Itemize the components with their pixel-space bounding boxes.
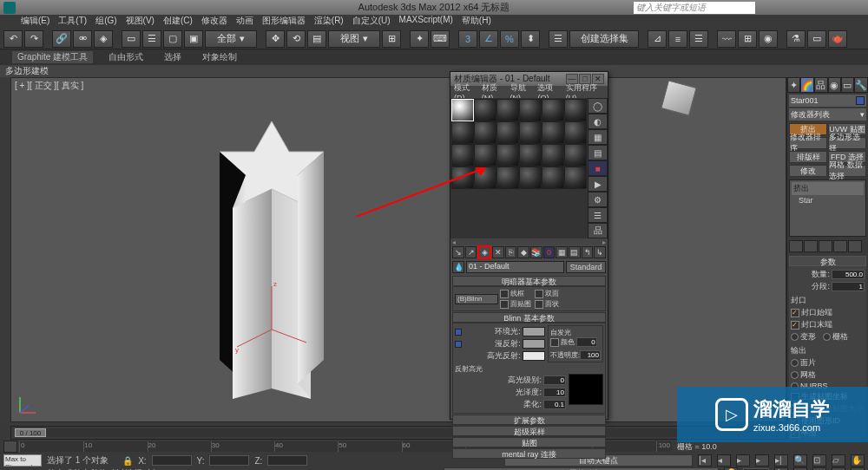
material-slot[interactable] bbox=[519, 144, 542, 166]
btn-layout[interactable]: 排版样 bbox=[789, 151, 827, 163]
me-show-end-button[interactable]: ▤ bbox=[569, 246, 581, 258]
material-slot[interactable] bbox=[451, 166, 474, 189]
modifier-list-dropdown[interactable]: 修改器列表▾ bbox=[789, 108, 866, 121]
material-slot[interactable] bbox=[542, 144, 564, 166]
snap-percent-button[interactable]: % bbox=[500, 30, 519, 48]
help-search[interactable]: 键入关键字或短语 bbox=[634, 2, 755, 14]
rollup-shader-header[interactable]: 明暗器基本参数 bbox=[452, 276, 606, 286]
rollup-blinn-header[interactable]: Blinn 基本参数 bbox=[452, 312, 606, 323]
ribbon-tab-selection[interactable]: 选择 bbox=[159, 51, 187, 63]
menu-tools[interactable]: 工具(T) bbox=[55, 15, 90, 29]
material-slot-1[interactable] bbox=[451, 99, 474, 121]
btn-modify[interactable]: 修改 bbox=[789, 165, 827, 177]
amount-spinner[interactable] bbox=[832, 270, 865, 279]
out-mesh-radio[interactable] bbox=[791, 371, 799, 379]
nav-zoomall-button[interactable]: ⊡ bbox=[812, 454, 826, 467]
me-go-parent-button[interactable]: ↰ bbox=[582, 246, 594, 258]
render-frame-button[interactable]: ▭ bbox=[807, 30, 826, 48]
me-show-in-vp-button[interactable]: ▦ bbox=[556, 246, 568, 258]
align-button[interactable]: ≡ bbox=[668, 30, 687, 48]
me-assign-to-selection-button[interactable]: ◈ bbox=[477, 245, 491, 259]
menu-views[interactable]: 视图(V) bbox=[122, 15, 158, 29]
curve-editor-button[interactable]: 〰 bbox=[717, 30, 736, 48]
key-next-button[interactable]: ▸| bbox=[774, 454, 788, 467]
macro-recorder[interactable]: Max to Physcn ( bbox=[3, 454, 42, 467]
rotate-button[interactable]: ⟲ bbox=[286, 30, 306, 48]
stack-show-button[interactable] bbox=[804, 240, 818, 252]
viewport[interactable]: [ + ][ 正交 ][ 真实 ] z y bbox=[10, 77, 786, 422]
me-material-map-nav-button[interactable]: 品 bbox=[588, 223, 608, 238]
soften-spinner[interactable] bbox=[543, 400, 566, 409]
me-pick-button[interactable]: 💧 bbox=[452, 261, 464, 273]
menu-help[interactable]: 帮助(H) bbox=[458, 15, 495, 29]
cmd-tab-modify[interactable]: 🌈 bbox=[800, 77, 814, 93]
me-backlight-button[interactable]: ◐ bbox=[588, 114, 608, 129]
filter-dropdown[interactable]: 全部 ▾ bbox=[205, 30, 257, 48]
material-slot[interactable] bbox=[519, 166, 542, 189]
material-name-field[interactable]: 01 - Default bbox=[466, 261, 564, 273]
coord-x[interactable] bbox=[152, 455, 192, 466]
material-slot[interactable] bbox=[474, 144, 496, 166]
material-slot[interactable] bbox=[519, 99, 542, 121]
select-region-button[interactable]: ▢ bbox=[163, 30, 182, 48]
segments-spinner[interactable] bbox=[832, 282, 865, 291]
material-slot[interactable] bbox=[542, 121, 564, 144]
material-slot[interactable] bbox=[564, 144, 587, 166]
snap-angle-button[interactable]: ∠ bbox=[479, 30, 498, 48]
menu-maxscript[interactable]: MAXScript(M) bbox=[396, 15, 457, 29]
btn-mesh-data[interactable]: 网格 数据选择 bbox=[828, 165, 866, 177]
menu-graph[interactable]: 图形编辑器 bbox=[259, 15, 309, 29]
speclevel-spinner[interactable] bbox=[543, 375, 566, 385]
trackbar-button[interactable] bbox=[3, 441, 17, 453]
rollup-maps-header[interactable]: 贴图 bbox=[452, 437, 606, 447]
stack-item-star[interactable]: Star bbox=[792, 195, 864, 206]
stack-unique-button[interactable] bbox=[819, 240, 832, 252]
facemap-check[interactable] bbox=[500, 300, 509, 309]
me-put-to-scene-button[interactable]: ↗ bbox=[465, 246, 477, 258]
btn-poly-select[interactable]: 多边形选择 bbox=[828, 137, 866, 149]
diffuse-swatch[interactable] bbox=[523, 339, 545, 349]
material-type-button[interactable]: Standard bbox=[566, 261, 606, 273]
undo-button[interactable]: ↶ bbox=[3, 30, 23, 48]
pivot-button[interactable]: ⊞ bbox=[382, 30, 401, 48]
menu-customize[interactable]: 自定义(U) bbox=[349, 15, 394, 29]
cmd-tab-motion[interactable]: ◉ bbox=[828, 77, 841, 93]
cmd-tab-create[interactable]: ✦ bbox=[787, 77, 800, 93]
specular-swatch[interactable] bbox=[523, 351, 545, 361]
bind-button[interactable]: ◈ bbox=[94, 30, 113, 48]
stack-item-extrude[interactable]: 挤出 bbox=[792, 182, 864, 195]
key-prev-button[interactable]: |◂ bbox=[698, 454, 712, 467]
btn-mod-sort[interactable]: 修改器排序 bbox=[789, 137, 827, 149]
spinner-snap-button[interactable]: ⬍ bbox=[521, 30, 540, 48]
snap-3d-button[interactable]: 3 bbox=[458, 30, 477, 48]
object-name-field[interactable]: Star001 bbox=[789, 95, 866, 107]
me-video-check-button[interactable]: ■ bbox=[588, 160, 608, 176]
diffuse-lock-icon[interactable] bbox=[455, 341, 462, 348]
gloss-spinner[interactable] bbox=[543, 388, 566, 397]
material-editor-button[interactable]: ◉ bbox=[759, 30, 778, 48]
faceted-check[interactable] bbox=[535, 300, 543, 309]
scale-button[interactable]: ▤ bbox=[307, 30, 326, 48]
material-slot[interactable] bbox=[474, 99, 496, 121]
viewport-label[interactable]: [ + ][ 正交 ][ 真实 ] bbox=[15, 80, 83, 92]
me-sample-type-button[interactable]: ◯ bbox=[588, 98, 608, 114]
cmd-tab-hierarchy[interactable]: 品 bbox=[814, 77, 827, 93]
layers-button[interactable]: ☰ bbox=[689, 30, 708, 48]
rollup-supersample-header[interactable]: 超级采样 bbox=[452, 426, 606, 436]
shader-dropdown[interactable]: (B)Blinn bbox=[455, 294, 498, 304]
rollup-mentalray-header[interactable]: mental ray 连接 bbox=[452, 448, 606, 459]
menu-render[interactable]: 渲染(R) bbox=[311, 15, 347, 29]
material-slot[interactable] bbox=[451, 144, 474, 166]
cap-morph-radio[interactable] bbox=[791, 333, 799, 341]
me-go-forward-button[interactable]: ↳ bbox=[594, 246, 606, 258]
opacity-spinner[interactable] bbox=[580, 350, 601, 360]
material-slot[interactable] bbox=[474, 166, 496, 189]
me-get-material-button[interactable]: ↘ bbox=[452, 246, 464, 258]
ribbon-tab-graphite[interactable]: Graphite 建模工具 bbox=[12, 51, 93, 63]
move-button[interactable]: ✥ bbox=[266, 30, 285, 48]
ribbon-tab-paint[interactable]: 对象绘制 bbox=[197, 51, 242, 63]
ref-coord-dropdown[interactable]: 视图 ▾ bbox=[328, 30, 380, 48]
cmd-tab-utilities[interactable]: 🔧 bbox=[854, 77, 868, 93]
rollup-params-header[interactable]: 参数 bbox=[789, 256, 866, 266]
modifier-stack[interactable]: 挤出 Star bbox=[789, 180, 866, 237]
